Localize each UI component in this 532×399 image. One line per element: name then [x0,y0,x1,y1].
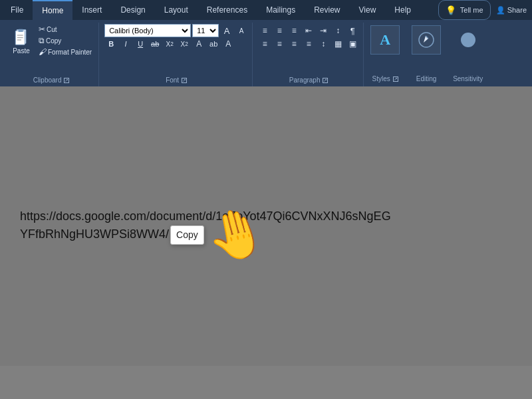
font-label: Font ↗ [104,74,248,85]
cut-button[interactable]: ✂ Cut [36,24,94,35]
editing-group: Editing [406,23,446,86]
styles-button[interactable]: A [370,25,400,55]
bold-button[interactable]: B [104,37,118,51]
svg-rect-4 [17,37,23,37]
numbered-list-button[interactable]: ≡ [273,24,286,37]
tab-references[interactable]: References [198,0,257,20]
increase-indent-button[interactable]: ⇥ [317,24,330,37]
superscript-button[interactable]: X2 [178,37,191,51]
paste-button[interactable]: Paste [8,24,35,57]
subscript-button[interactable]: X2 [163,37,176,51]
clipboard-expand-icon[interactable]: ↗ [64,78,69,83]
tab-help[interactable]: Help [385,0,420,20]
font-name-select[interactable]: Calibri (Body) [104,24,191,37]
shading-button[interactable]: ▦ [331,37,344,51]
paragraph-row1: ≡ ≡ ≡ ⇤ ⇥ ↕ ¶ [258,24,359,37]
sensitivity-label: Sensitivity [453,72,483,84]
paste-icon [12,27,31,46]
cut-label: Cut [47,26,57,33]
align-right-button[interactable]: ≡ [287,37,301,51]
copy-button[interactable]: ⧉ Copy [36,35,94,46]
svg-rect-2 [19,29,23,31]
copy-tooltip[interactable]: Copy [170,225,204,245]
sensitivity-circle-icon [461,33,475,47]
styles-letter-icon: A [380,31,390,49]
strikethrough-button[interactable]: ab [148,37,162,51]
svg-rect-3 [17,35,23,35]
copy-label: Copy [46,37,61,45]
share-label: Share [507,6,527,14]
styles-label: Styles ↗ [372,72,398,84]
font-top-row: Calibri (Body) 11 A A [104,24,248,37]
editing-pencil-icon [417,31,436,49]
underline-button[interactable]: U [134,37,147,51]
document-area: https://docs.google.com/document/d/1oZoY… [0,86,532,366]
tell-me-label: Tell me [460,6,483,14]
line-spacing-button[interactable]: ↕ [317,37,330,51]
clipboard-buttons: Paste ✂ Cut ⧉ Copy 🖌 Format Painter [8,24,94,57]
font-size-select[interactable]: 11 [192,24,219,37]
decrease-font-button[interactable]: A [235,24,248,37]
styles-expand-icon[interactable]: ↗ [393,76,398,82]
font-format-row: B I U ab X2 X2 A ab A [104,37,248,51]
cut-copy-format-buttons: ✂ Cut ⧉ Copy 🖌 Format Painter [36,24,94,57]
share-area[interactable]: 👤 Share [491,0,532,20]
scissors-icon: ✂ [39,25,45,34]
sort-button[interactable]: ↕ [331,24,344,37]
multilevel-list-button[interactable]: ≡ [287,24,301,37]
sensitivity-group: Sensitivity [448,23,488,86]
format-painter-label: Format Painter [48,49,92,56]
align-center-button[interactable]: ≡ [273,37,286,51]
paragraph-expand-icon[interactable]: ↗ [323,78,328,83]
bullets-button[interactable]: ≡ [258,24,271,37]
sensitivity-button[interactable] [454,25,483,55]
align-left-button[interactable]: ≡ [258,37,271,51]
tab-file[interactable]: File [1,0,33,20]
paste-label: Paste [13,47,30,55]
format-painter-button[interactable]: 🖌 Format Painter [36,47,94,57]
styles-group: A Styles ↗ [365,23,405,86]
clipboard-label: Clipboard ↗ [8,74,94,85]
font-color-button[interactable]: A [221,37,235,51]
justify-button[interactable]: ≡ [302,37,315,51]
tab-bar: File Home Insert Design Layout Reference… [0,0,532,20]
paragraph-label: Paragraph ↗ [258,74,359,85]
tab-mailings[interactable]: Mailings [257,0,305,20]
lightbulb-icon: 💡 [446,5,456,15]
url-line1: https://docs.google.com/document/d/1oZoY… [20,209,391,223]
paragraph-group: ≡ ≡ ≡ ⇤ ⇥ ↕ ¶ ≡ ≡ ≡ ≡ ↕ ▦ ▣ Paragraph ↗ [254,23,364,86]
copy-icon: ⧉ [39,36,45,45]
svg-rect-5 [17,39,21,40]
tab-insert[interactable]: Insert [72,0,111,20]
editing-button[interactable] [412,25,441,55]
text-highlight-button[interactable]: ab [207,37,220,51]
increase-font-button[interactable]: A [220,24,233,37]
tab-view[interactable]: View [350,0,386,20]
tab-review[interactable]: Review [305,0,349,20]
url-line2: YFfbRhNgHU3WPSi8WW4/ [20,227,169,241]
font-group: Calibri (Body) 11 A A B I U ab X2 X2 A a… [100,23,253,86]
italic-button[interactable]: I [119,37,132,51]
clipboard-group: Paste ✂ Cut ⧉ Copy 🖌 Format Painter [4,23,99,86]
ribbon-content: Paste ✂ Cut ⧉ Copy 🖌 Format Painter [0,20,532,86]
share-icon: 👤 [496,6,505,15]
show-formatting-button[interactable]: ¶ [346,24,359,37]
decrease-indent-button[interactable]: ⇤ [302,24,315,37]
tab-home[interactable]: Home [33,0,72,20]
tab-layout[interactable]: Layout [155,0,198,20]
url-text: https://docs.google.com/document/d/1oZoY… [20,207,391,245]
borders-button[interactable]: ▣ [346,37,359,51]
format-painter-icon: 🖌 [39,47,47,57]
font-expand-icon[interactable]: ↗ [182,78,187,83]
paragraph-row2: ≡ ≡ ≡ ≡ ↕ ▦ ▣ [258,37,359,51]
tab-design[interactable]: Design [111,0,154,20]
editing-label: Editing [416,72,437,84]
text-effects-button[interactable]: A [192,37,205,51]
ribbon-wrapper: File Home Insert Design Layout Reference… [0,0,532,86]
tell-me-bar[interactable]: 💡 Tell me [438,0,491,20]
